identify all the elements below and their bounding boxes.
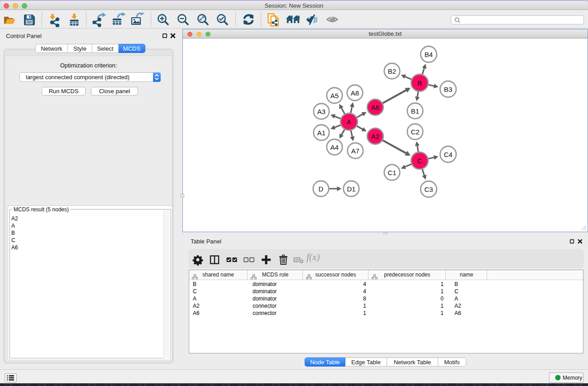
svg-text:D1: D1 bbox=[347, 185, 355, 193]
svg-text:A3: A3 bbox=[317, 108, 325, 115]
svg-text:A7: A7 bbox=[351, 147, 359, 155]
svg-text:B2: B2 bbox=[388, 67, 396, 75]
svg-text:A5: A5 bbox=[330, 92, 339, 100]
svg-text:A1: A1 bbox=[317, 129, 325, 137]
svg-text:C2: C2 bbox=[411, 128, 419, 136]
svg-text:A: A bbox=[347, 118, 351, 126]
svg-text:B: B bbox=[417, 79, 422, 87]
svg-text:A4: A4 bbox=[330, 143, 339, 151]
svg-text:C4: C4 bbox=[444, 151, 452, 158]
svg-text:B4: B4 bbox=[425, 51, 433, 58]
svg-text:A6: A6 bbox=[371, 104, 379, 111]
svg-text:C3: C3 bbox=[424, 186, 433, 193]
svg-text:B3: B3 bbox=[444, 86, 452, 93]
svg-text:C: C bbox=[417, 157, 422, 165]
svg-text:A2: A2 bbox=[371, 133, 379, 140]
svg-text:A8: A8 bbox=[351, 89, 359, 97]
svg-text:B1: B1 bbox=[411, 107, 419, 115]
svg-text:C1: C1 bbox=[387, 169, 396, 176]
svg-text:D: D bbox=[319, 185, 324, 193]
